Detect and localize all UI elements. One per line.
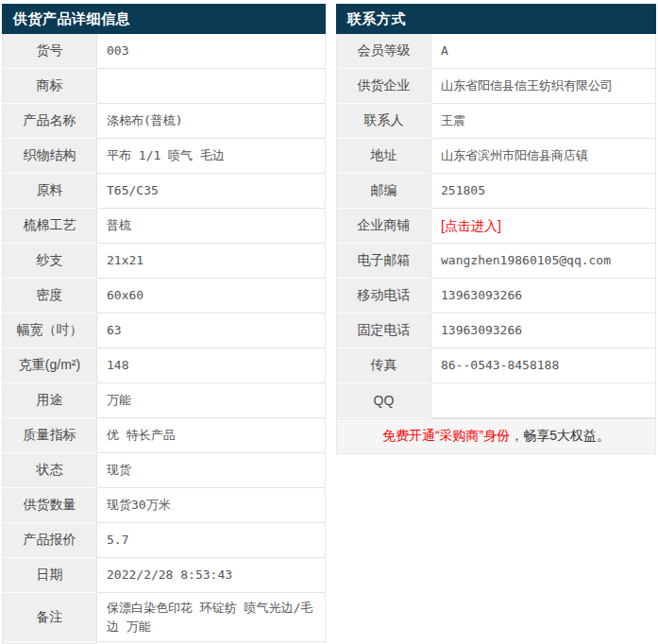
table-row: 供货数量现货30万米 [3,488,325,523]
row-value: 优 特长产品 [97,418,325,453]
contact-info-table: 联系方式 会员等级A供货企业山东省阳信县信王纺织有限公司联系人王震地址山东省滨州… [336,4,656,454]
row-value [97,69,325,104]
row-value: 现货 [97,453,325,488]
row-label: 供货企业 [337,69,431,104]
row-value: 平布 1/1 喷气 毛边 [97,139,325,174]
enter-shop-link[interactable]: [点击进入] [441,216,501,236]
table-row: 状态现货 [3,453,325,488]
row-label: 传真 [337,348,431,383]
row-value: 涤棉布(普梳) [97,104,325,139]
row-label: 质量指标 [3,418,97,453]
row-value: wangzhen19860105@qq.com [431,244,655,279]
table-row: 纱支21x21 [3,244,325,279]
row-value: [点击进入] [431,209,655,244]
row-label: 密度 [3,279,97,314]
table-row: 原料T65/C35 [3,174,325,209]
row-label: 企业商铺 [337,209,431,244]
contact-info-title: 联系方式 [336,4,656,34]
row-label: QQ [337,383,431,418]
product-detail-page: 供货产品详细信息 货号003商标产品名称涤棉布(普梳)织物结构平布 1/1 喷气… [0,0,658,644]
promo-banner: 免费开通“采购商”身份，畅享5大权益。 [336,419,656,454]
row-value: 山东省滨州市阳信县商店镇 [431,139,655,174]
row-label: 产品报价 [3,523,97,558]
promo-benefits-text: ，畅享5大权益。 [510,428,610,445]
row-label: 商标 [3,69,97,104]
row-label: 用途 [3,383,97,418]
table-row: 邮编251805 [337,174,655,209]
row-value: T65/C35 [97,174,325,209]
row-value: 2022/2/28 8:53:43 [97,558,325,593]
row-label: 状态 [3,453,97,488]
row-label: 邮编 [337,174,431,209]
row-label: 梳棉工艺 [3,209,97,244]
row-value: 5.7 [97,523,325,558]
row-value: 王震 [431,104,655,139]
table-row: 移动电话13963093266 [337,279,655,314]
row-label: 克重(g/m²) [3,348,97,383]
row-label: 移动电话 [337,279,431,314]
row-label: 原料 [3,174,97,209]
row-label: 产品名称 [3,104,97,139]
table-row: 质量指标优 特长产品 [3,418,325,453]
product-info-body: 货号003商标产品名称涤棉布(普梳)织物结构平布 1/1 喷气 毛边原料T65/… [2,34,326,644]
row-label: 幅宽（吋） [3,314,97,348]
row-value: A [431,34,655,69]
table-row: 企业商铺[点击进入] [337,209,655,244]
row-label: 货号 [3,34,97,69]
row-value: 13963093266 [431,314,655,348]
row-value: 60x60 [97,279,325,314]
row-label: 联系人 [337,104,431,139]
row-label: 纱支 [3,244,97,279]
row-label: 备注 [3,593,97,642]
table-row: 供货企业山东省阳信县信王纺织有限公司 [337,69,655,104]
row-label: 织物结构 [3,139,97,174]
row-label: 电子邮箱 [337,244,431,279]
table-row: QQ [337,383,655,418]
row-label: 固定电话 [337,314,431,348]
row-label: 日期 [3,558,97,593]
row-value: 万能 [97,383,325,418]
table-row: 日期2022/2/28 8:53:43 [3,558,325,593]
row-value: 251805 [431,174,655,209]
row-value [431,383,655,418]
table-row: 地址山东省滨州市阳信县商店镇 [337,139,655,174]
row-value: 现货30万米 [97,488,325,523]
row-value: 普梳 [97,209,325,244]
row-value: 21x21 [97,244,325,279]
table-row: 商标 [3,69,325,104]
product-info-table: 供货产品详细信息 货号003商标产品名称涤棉布(普梳)织物结构平布 1/1 喷气… [2,4,326,644]
table-row: 联系人王震 [337,104,655,139]
row-label: 供货数量 [3,488,97,523]
table-row: 用途万能 [3,383,325,418]
row-value: 山东省阳信县信王纺织有限公司 [431,69,655,104]
table-row: 克重(g/m²)148 [3,348,325,383]
row-label: 地址 [337,139,431,174]
table-row: 电子邮箱wangzhen19860105@qq.com [337,244,655,279]
table-row: 备注保漂白染色印花 环锭纺 喷气光边/毛边 万能 [3,593,325,642]
table-row: 产品名称涤棉布(普梳) [3,104,325,139]
contact-info-body: 会员等级A供货企业山东省阳信县信王纺织有限公司联系人王震地址山东省滨州市阳信县商… [336,34,656,419]
row-value: 63 [97,314,325,348]
row-value: 86--0543-8458188 [431,348,655,383]
row-value: 003 [97,34,325,69]
row-label: 会员等级 [337,34,431,69]
table-row: 会员等级A [337,34,655,69]
table-row: 幅宽（吋）63 [3,314,325,348]
promo-buyer-signup-link[interactable]: 免费开通“采购商”身份 [382,428,510,445]
table-row: 货号003 [3,34,325,69]
table-row: 密度60x60 [3,279,325,314]
table-row: 产品报价5.7 [3,523,325,558]
table-row: 传真86--0543-8458188 [337,348,655,383]
table-row: 织物结构平布 1/1 喷气 毛边 [3,139,325,174]
row-value: 13963093266 [431,279,655,314]
product-info-title: 供货产品详细信息 [2,4,326,34]
table-row: 梳棉工艺普梳 [3,209,325,244]
row-value: 148 [97,348,325,383]
row-value: 保漂白染色印花 环锭纺 喷气光边/毛边 万能 [97,593,325,642]
table-row: 固定电话13963093266 [337,314,655,348]
